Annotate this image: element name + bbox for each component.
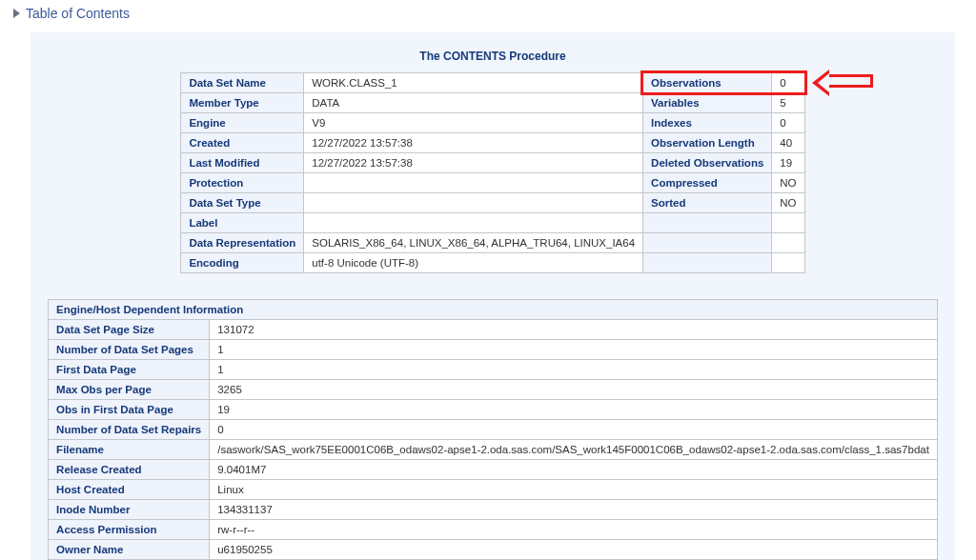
value-cell: SOLARIS_X86_64, LINUX_X86_64, ALPHA_TRU6… [304,233,643,253]
label-cell: Data Set Type [181,193,304,213]
table-row: Data Set Name WORK.CLASS_1 Observations … [181,73,804,93]
label-cell: Data Representation [181,233,304,253]
value-cell [304,193,643,213]
engine-host-title: Engine/Host Dependent Information [49,300,938,320]
table-row: Number of Data Set Repairs0 [49,420,938,440]
value-observations: 0 [772,73,804,93]
label-cell: Data Set Name [181,73,304,93]
arrow-icon [829,74,873,88]
label-cell: Indexes [643,113,772,133]
value-cell: 0 [210,420,938,440]
table-row: Access Permissionrw-r--r-- [49,520,938,540]
label-cell: Number of Data Set Pages [49,340,210,360]
table-row: Encoding utf-8 Unicode (UTF-8) [181,253,804,273]
value-cell: 40 [772,133,804,153]
value-cell: V9 [304,113,643,133]
value-cell: rw-r--r-- [210,520,938,540]
toc-label: Table of Contents [26,6,130,21]
label-cell: Release Created [49,460,210,480]
table-row: Created 12/27/2022 13:57:38 Observation … [181,133,804,153]
label-cell [643,233,772,253]
section-title-row: Engine/Host Dependent Information [49,300,938,320]
table-row: Data Representation SOLARIS_X86_64, LINU… [181,233,804,253]
value-cell [772,233,804,253]
label-cell: Obs in First Data Page [49,400,210,420]
table-row: Engine V9 Indexes 0 [181,113,804,133]
table-row: Inode Number134331137 [49,500,938,520]
label-cell: Number of Data Set Repairs [49,420,210,440]
toc-header[interactable]: Table of Contents [0,0,976,25]
value-cell: 19 [772,153,804,173]
table-row: Last Modified 12/27/2022 13:57:38 Delete… [181,153,804,173]
table-row: Max Obs per Page3265 [49,380,938,400]
proc-title: The CONTENTS Procedure [40,50,946,63]
value-cell [304,213,643,233]
summary-table-container: Data Set Name WORK.CLASS_1 Observations … [180,72,804,287]
value-cell: 9.0401M7 [210,460,938,480]
value-cell: WORK.CLASS_1 [304,73,643,93]
label-cell: First Data Page [49,360,210,380]
label-cell: Member Type [181,93,304,113]
value-cell [772,253,804,273]
label-cell: Last Modified [181,153,304,173]
value-cell: 12/27/2022 13:57:38 [304,133,643,153]
expand-icon[interactable] [13,9,20,18]
label-cell: Inode Number [49,500,210,520]
label-cell: Encoding [181,253,304,273]
value-cell: 5 [772,93,804,113]
value-cell: NO [772,173,804,193]
label-cell: Sorted [643,193,772,213]
label-cell [643,253,772,273]
value-cell: 12/27/2022 13:57:38 [304,153,643,173]
table-row: Label [181,213,804,233]
value-cell [304,173,643,193]
value-cell: 131072 [210,320,938,340]
label-cell: Filename [49,440,210,460]
label-cell: Compressed [643,173,772,193]
table-row: Host CreatedLinux [49,480,938,500]
value-cell: NO [772,193,804,213]
value-cell: 134331137 [210,500,938,520]
value-cell: utf-8 Unicode (UTF-8) [304,253,643,273]
value-cell: 1 [210,340,938,360]
label-cell [643,213,772,233]
label-cell: Created [181,133,304,153]
contents-summary-table: Data Set Name WORK.CLASS_1 Observations … [180,72,804,273]
label-cell: Engine [181,113,304,133]
label-cell: Data Set Page Size [49,320,210,340]
label-cell: Max Obs per Page [49,380,210,400]
results-area: The CONTENTS Procedure Data Set Name WOR… [30,32,955,560]
label-cell: Deleted Observations [643,153,772,173]
table-row: Filename/saswork/SAS_work75EE0001C06B_od… [49,440,938,460]
table-row: Owner Nameu61950255 [49,540,938,560]
engine-host-table: Engine/Host Dependent Information Data S… [48,299,938,560]
label-observations: Observations [643,73,772,93]
value-cell: 0 [772,113,804,133]
table-row: Protection Compressed NO [181,173,804,193]
label-cell: Variables [643,93,772,113]
value-cell: Linux [210,480,938,500]
value-cell [772,213,804,233]
table-row: Data Set Page Size131072 [49,320,938,340]
value-cell: 3265 [210,380,938,400]
value-cell: DATA [304,93,643,113]
table-row: Obs in First Data Page19 [49,400,938,420]
table-row: First Data Page1 [49,360,938,380]
value-cell: u61950255 [210,540,938,560]
value-cell: /saswork/SAS_work75EE0001C06B_odaws02-ap… [210,440,938,460]
label-cell: Owner Name [49,540,210,560]
label-cell: Access Permission [49,520,210,540]
label-cell: Protection [181,173,304,193]
label-cell: Label [181,213,304,233]
value-cell: 1 [210,360,938,380]
value-cell: 19 [210,400,938,420]
table-row: Release Created9.0401M7 [49,460,938,480]
label-cell: Host Created [49,480,210,500]
table-row: Member Type DATA Variables 5 [181,93,804,113]
table-row: Number of Data Set Pages1 [49,340,938,360]
label-cell: Observation Length [643,133,772,153]
table-row: Data Set Type Sorted NO [181,193,804,213]
